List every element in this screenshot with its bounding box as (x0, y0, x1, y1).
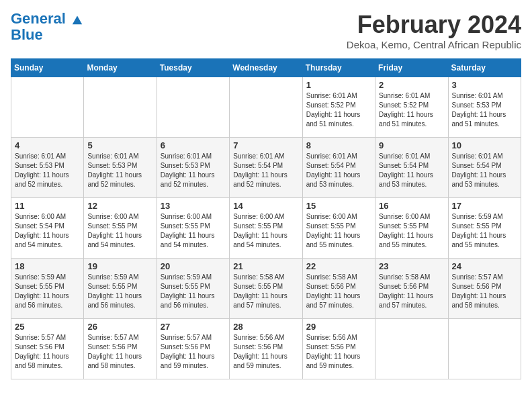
month-title: February 2024 (347, 11, 521, 39)
day-number: 2 (379, 80, 444, 90)
day-number: 11 (15, 201, 80, 211)
week-row-3: 11Sunrise: 6:00 AM Sunset: 5:54 PM Dayli… (11, 198, 521, 259)
cell-info: Sunrise: 5:59 AM Sunset: 5:55 PM Dayligh… (15, 273, 80, 310)
calendar-cell: 7Sunrise: 6:01 AM Sunset: 5:54 PM Daylig… (230, 138, 302, 198)
days-header-row: SundayMondayTuesdayWednesdayThursdayFrid… (11, 59, 521, 77)
calendar-cell: 17Sunrise: 5:59 AM Sunset: 5:55 PM Dayli… (448, 198, 521, 259)
page-header: General Blue February 2024 Dekoa, Kemo, … (11, 11, 521, 50)
calendar-cell: 22Sunrise: 5:58 AM Sunset: 5:56 PM Dayli… (302, 259, 375, 319)
cell-info: Sunrise: 6:00 AM Sunset: 5:55 PM Dayligh… (233, 212, 298, 250)
day-number: 27 (161, 322, 226, 332)
calendar-cell (230, 77, 302, 138)
location-subtitle: Dekoa, Kemo, Central African Republic (347, 39, 521, 50)
calendar-cell: 18Sunrise: 5:59 AM Sunset: 5:55 PM Dayli… (11, 259, 84, 319)
cell-info: Sunrise: 6:01 AM Sunset: 5:53 PM Dayligh… (161, 152, 226, 189)
cell-info: Sunrise: 5:59 AM Sunset: 5:55 PM Dayligh… (452, 212, 517, 250)
day-number: 8 (306, 140, 371, 150)
day-number: 25 (15, 322, 80, 332)
calendar-cell: 9Sunrise: 6:01 AM Sunset: 5:54 PM Daylig… (375, 138, 448, 198)
day-header-sunday: Sunday (11, 59, 84, 77)
calendar-cell: 4Sunrise: 6:01 AM Sunset: 5:53 PM Daylig… (11, 138, 84, 198)
calendar-cell: 15Sunrise: 6:00 AM Sunset: 5:55 PM Dayli… (302, 198, 375, 259)
cell-info: Sunrise: 6:01 AM Sunset: 5:52 PM Dayligh… (306, 91, 371, 129)
calendar-cell: 27Sunrise: 5:57 AM Sunset: 5:56 PM Dayli… (157, 319, 229, 379)
cell-info: Sunrise: 6:00 AM Sunset: 5:55 PM Dayligh… (161, 212, 226, 250)
calendar-cell: 10Sunrise: 6:01 AM Sunset: 5:54 PM Dayli… (448, 138, 521, 198)
calendar-cell: 29Sunrise: 5:56 AM Sunset: 5:56 PM Dayli… (302, 319, 375, 379)
cell-info: Sunrise: 5:57 AM Sunset: 5:56 PM Dayligh… (15, 333, 80, 371)
cell-info: Sunrise: 6:00 AM Sunset: 5:55 PM Dayligh… (87, 212, 152, 250)
cell-info: Sunrise: 6:01 AM Sunset: 5:52 PM Dayligh… (379, 91, 444, 129)
week-row-4: 18Sunrise: 5:59 AM Sunset: 5:55 PM Dayli… (11, 259, 521, 319)
calendar-cell: 14Sunrise: 6:00 AM Sunset: 5:55 PM Dayli… (230, 198, 302, 259)
cell-info: Sunrise: 5:57 AM Sunset: 5:56 PM Dayligh… (452, 273, 517, 310)
cell-info: Sunrise: 5:57 AM Sunset: 5:56 PM Dayligh… (87, 333, 152, 371)
calendar-cell: 6Sunrise: 6:01 AM Sunset: 5:53 PM Daylig… (157, 138, 229, 198)
logo-text: General (11, 11, 83, 27)
day-number: 18 (15, 261, 80, 271)
cell-info: Sunrise: 5:58 AM Sunset: 5:55 PM Dayligh… (233, 273, 298, 310)
day-number: 22 (306, 261, 371, 271)
cell-info: Sunrise: 6:01 AM Sunset: 5:54 PM Dayligh… (306, 152, 371, 189)
cell-info: Sunrise: 6:00 AM Sunset: 5:55 PM Dayligh… (306, 212, 371, 250)
day-header-wednesday: Wednesday (230, 59, 302, 77)
cell-info: Sunrise: 6:01 AM Sunset: 5:54 PM Dayligh… (452, 152, 517, 189)
day-number: 17 (452, 201, 517, 211)
cell-info: Sunrise: 6:01 AM Sunset: 5:53 PM Dayligh… (452, 91, 517, 129)
week-row-5: 25Sunrise: 5:57 AM Sunset: 5:56 PM Dayli… (11, 319, 521, 379)
svg-marker-0 (73, 16, 82, 25)
day-number: 13 (161, 201, 226, 211)
day-number: 26 (87, 322, 152, 332)
day-number: 29 (306, 322, 371, 332)
calendar-cell: 2Sunrise: 6:01 AM Sunset: 5:52 PM Daylig… (375, 77, 448, 138)
week-row-1: 1Sunrise: 6:01 AM Sunset: 5:52 PM Daylig… (11, 77, 521, 138)
day-number: 4 (15, 140, 80, 150)
day-number: 23 (379, 261, 444, 271)
cell-info: Sunrise: 6:01 AM Sunset: 5:53 PM Dayligh… (15, 152, 80, 189)
day-header-tuesday: Tuesday (157, 59, 229, 77)
calendar-cell: 26Sunrise: 5:57 AM Sunset: 5:56 PM Dayli… (84, 319, 157, 379)
calendar-cell: 28Sunrise: 5:56 AM Sunset: 5:56 PM Dayli… (230, 319, 302, 379)
cell-info: Sunrise: 5:57 AM Sunset: 5:56 PM Dayligh… (161, 333, 226, 371)
day-header-monday: Monday (84, 59, 157, 77)
day-number: 5 (87, 140, 152, 150)
calendar-cell: 16Sunrise: 6:00 AM Sunset: 5:55 PM Dayli… (375, 198, 448, 259)
cell-info: Sunrise: 5:58 AM Sunset: 5:56 PM Dayligh… (379, 273, 444, 310)
title-block: February 2024 Dekoa, Kemo, Central Afric… (347, 11, 521, 50)
calendar-table: SundayMondayTuesdayWednesdayThursdayFrid… (11, 58, 521, 379)
day-number: 12 (87, 201, 152, 211)
day-number: 24 (452, 261, 517, 271)
day-number: 10 (452, 140, 517, 150)
cell-info: Sunrise: 6:00 AM Sunset: 5:54 PM Dayligh… (15, 212, 80, 250)
calendar-cell (448, 319, 521, 379)
calendar-cell: 1Sunrise: 6:01 AM Sunset: 5:52 PM Daylig… (302, 77, 375, 138)
calendar-cell (375, 319, 448, 379)
calendar-cell (84, 77, 157, 138)
day-number: 14 (233, 201, 298, 211)
logo-icon (71, 13, 83, 26)
calendar-cell: 21Sunrise: 5:58 AM Sunset: 5:55 PM Dayli… (230, 259, 302, 319)
logo-general: General (11, 10, 66, 27)
calendar-cell: 24Sunrise: 5:57 AM Sunset: 5:56 PM Dayli… (448, 259, 521, 319)
calendar-cell: 5Sunrise: 6:01 AM Sunset: 5:53 PM Daylig… (84, 138, 157, 198)
day-number: 7 (233, 140, 298, 150)
calendar-cell (11, 77, 84, 138)
calendar-cell: 3Sunrise: 6:01 AM Sunset: 5:53 PM Daylig… (448, 77, 521, 138)
calendar-cell: 12Sunrise: 6:00 AM Sunset: 5:55 PM Dayli… (84, 198, 157, 259)
cell-info: Sunrise: 5:58 AM Sunset: 5:56 PM Dayligh… (306, 273, 371, 310)
cell-info: Sunrise: 6:01 AM Sunset: 5:53 PM Dayligh… (87, 152, 152, 189)
calendar-cell: 20Sunrise: 5:59 AM Sunset: 5:55 PM Dayli… (157, 259, 229, 319)
day-number: 19 (87, 261, 152, 271)
cell-info: Sunrise: 5:56 AM Sunset: 5:56 PM Dayligh… (233, 333, 298, 371)
day-number: 6 (161, 140, 226, 150)
cell-info: Sunrise: 6:01 AM Sunset: 5:54 PM Dayligh… (379, 152, 444, 189)
day-number: 16 (379, 201, 444, 211)
cell-info: Sunrise: 5:56 AM Sunset: 5:56 PM Dayligh… (306, 333, 371, 371)
logo-blue: Blue (11, 27, 83, 43)
day-header-saturday: Saturday (448, 59, 521, 77)
day-number: 21 (233, 261, 298, 271)
day-number: 15 (306, 201, 371, 211)
day-number: 1 (306, 80, 371, 90)
calendar-cell: 11Sunrise: 6:00 AM Sunset: 5:54 PM Dayli… (11, 198, 84, 259)
cell-info: Sunrise: 5:59 AM Sunset: 5:55 PM Dayligh… (87, 273, 152, 310)
